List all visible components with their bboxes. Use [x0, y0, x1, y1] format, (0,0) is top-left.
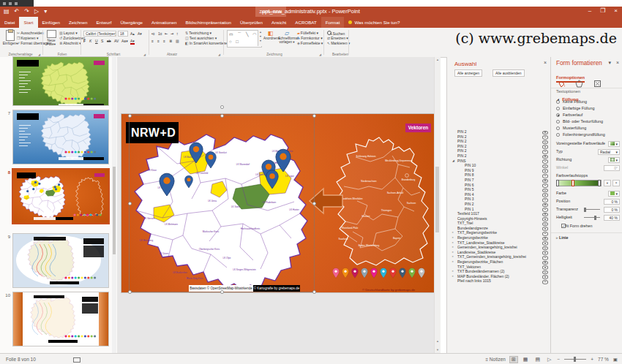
text-direction-button[interactable]: ⇅Textrichtung ▾	[185, 31, 211, 35]
pin-color-row[interactable]	[332, 268, 425, 281]
format-pane-close-icon[interactable]: ×	[616, 60, 619, 65]
selection-pane-item[interactable]: PIN 2	[447, 134, 551, 140]
fill-option[interactable]: Einfarbige Füllung	[554, 105, 621, 112]
notes-button[interactable]: ≡ Notizen	[486, 357, 506, 362]
ribbon-tab-datei[interactable]: Datei	[0, 17, 19, 28]
zoom-slider[interactable]	[564, 356, 586, 363]
shape-outline-button[interactable]: ✎Formkontur ▾	[297, 36, 323, 40]
expander-icon[interactable]: ▹	[452, 259, 454, 265]
selection-pane-item[interactable]: PIN 9	[447, 168, 551, 173]
brightness-spinner[interactable]: 40 %	[604, 215, 620, 221]
gradient-color-dropdown[interactable]: ▾	[608, 191, 620, 197]
ribbon-tab-übergänge[interactable]: Übergänge	[116, 17, 147, 28]
ribbon-tab-entwurf[interactable]: Entwurf	[91, 17, 116, 28]
selection-pane-item[interactable]: ◢PINS	[447, 159, 551, 164]
save-icon[interactable]: ▤	[4, 7, 10, 16]
fill-line-icon[interactable]	[558, 77, 566, 91]
remove-gradient-stop-button[interactable]: ×	[612, 180, 620, 186]
selection-pane-item[interactable]: ▹MAP Bundesländer, Flächen (2)	[447, 274, 551, 279]
selection-pane-item[interactable]: Copyright-Hinweis	[447, 216, 551, 221]
zoom-out-icon[interactable]: −	[557, 357, 560, 362]
selection-pane-item[interactable]: PIN 4	[447, 192, 551, 197]
selection-pane-item[interactable]: ▹TXT_Gemeinden_kreisangehörig_kreisfrei	[447, 254, 551, 259]
selection-handle[interactable]	[128, 114, 132, 118]
paste-button[interactable]: Einfügen▾	[2, 30, 18, 45]
selection-pane-item[interactable]: Bundeslandgrenze	[447, 226, 551, 231]
ribbon-tab-überprüfen[interactable]: Überprüfen	[236, 17, 267, 28]
reading-view-icon[interactable]: ▤	[533, 357, 542, 363]
indent-more-button[interactable]: ⇥	[171, 31, 173, 36]
format-pane-dropdown-icon[interactable]: ▾	[608, 60, 611, 66]
slideshow-from-start-icon[interactable]: ▷	[34, 7, 39, 16]
underline-button[interactable]: U	[95, 39, 98, 43]
indent-less-button[interactable]: ⇤	[165, 31, 168, 36]
expander-icon[interactable]: ▹	[452, 240, 454, 246]
undo-icon[interactable]: ↶	[15, 7, 20, 16]
ribbon-tab-animationen[interactable]: Animationen	[147, 17, 181, 28]
radio-icon[interactable]	[556, 120, 560, 124]
selection-pane-item[interactable]: ▹Regierungsbezirke_Flächen	[447, 259, 551, 265]
gradient-stops-bar[interactable]	[556, 180, 602, 186]
bold-button[interactable]: F	[83, 39, 86, 43]
shapes-gallery[interactable]: ▭ ⌒ ╲ ◠ ○ □ □ △ ◇ ● ○ ☆	[227, 30, 262, 48]
ribbon-tab-start[interactable]: Start	[19, 17, 37, 28]
tell-me-search[interactable]: Was möchten Sie tun?	[344, 17, 404, 28]
germany-map[interactable]: Schleswig-HolsteinMecklenburg-Vorpommern…	[328, 135, 438, 271]
replace-button[interactable]: ⇄Ersetzen ▾	[327, 36, 348, 40]
radio-icon[interactable]	[556, 107, 560, 110]
grow-font-button[interactable]: A▴	[130, 31, 135, 36]
selection-pane-item[interactable]: PIN 7	[447, 178, 551, 183]
justify-button[interactable]: ≣	[169, 39, 172, 43]
arrange-button[interactable]: ◧ Anordnen▾	[263, 30, 277, 40]
quick-styles-button[interactable]: ▱ Schnellformat-vorlagen ▾	[278, 30, 296, 44]
radio-icon[interactable]	[556, 113, 560, 117]
expander-icon[interactable]: ▹	[452, 230, 454, 235]
selection-pane-item[interactable]: ▹Landkreise_Stadtkreise	[447, 250, 551, 255]
paragraph-dialog-launcher[interactable]: ◢	[218, 53, 220, 56]
selection-pane-item[interactable]: PIN 2	[447, 148, 551, 153]
font-color-button[interactable]: A▾	[130, 39, 135, 45]
align-left-button[interactable]: ≡	[151, 39, 154, 43]
new-slide-button[interactable]: NeueFolie▾	[45, 30, 58, 46]
qat-customize-icon[interactable]: ▾	[44, 7, 47, 16]
restore-icon[interactable]: ❐	[600, 7, 605, 14]
slideshow-view-icon[interactable]: ▷	[546, 357, 552, 363]
selection-pane-item[interactable]: PIN 2	[447, 129, 551, 134]
minimize-icon[interactable]: –	[588, 7, 591, 14]
columns-button[interactable]: ▥	[176, 39, 179, 43]
character-spacing-button[interactable]: AV	[114, 39, 119, 43]
font-dialog-launcher[interactable]: ◢	[143, 53, 146, 56]
selection-pane-item[interactable]: PIN 3	[447, 197, 551, 202]
left-arrow-shape[interactable]	[309, 185, 344, 220]
hide-all-button[interactable]: Alle ausblenden	[492, 69, 525, 77]
brightness-slider[interactable]	[584, 217, 600, 218]
change-case-button[interactable]: Aa▾	[121, 39, 128, 43]
selection-pane-item[interactable]: PIN 2	[447, 139, 551, 144]
angle-spinner[interactable]: 0°	[604, 165, 620, 171]
ribbon-tab-ansicht[interactable]: Ansicht	[267, 17, 291, 28]
slide-thumbnail-8[interactable]	[13, 170, 108, 223]
italic-button[interactable]: K	[89, 39, 91, 43]
fill-option[interactable]: Bild- oder Texturfüllung	[554, 118, 621, 125]
selection-pane-item[interactable]: ▹TXT_Landkreise_Stadtkreise	[447, 240, 551, 246]
slide[interactable]: LK KleveLK BorkenLK SteinfurtLK Warendor…	[121, 114, 439, 292]
transparency-spinner[interactable]: 0 %	[604, 207, 620, 213]
expander-icon[interactable]: ◢	[452, 159, 454, 164]
visibility-eye-icon[interactable]	[542, 280, 548, 284]
normal-view-icon[interactable]: ⊞	[510, 357, 517, 363]
shadow-button[interactable]: S	[101, 39, 103, 43]
section-button[interactable]: ≣Abschnitt ▾	[59, 41, 81, 45]
radio-icon[interactable]	[556, 100, 560, 104]
position-spinner[interactable]: 0 %	[604, 199, 620, 205]
expander-icon[interactable]: ▹	[452, 245, 454, 250]
fill-option[interactable]: Farbverlauf	[554, 112, 621, 118]
next-slide-icon[interactable]: ▼	[435, 348, 441, 352]
size-properties-icon[interactable]	[593, 77, 602, 91]
slide-thumbnail-10[interactable]	[13, 292, 108, 346]
align-text-button[interactable]: ◫Text ausrichten ▾	[185, 36, 217, 40]
shapes-gallery-scroll[interactable]: ▲▼▼	[258, 30, 263, 46]
line-spacing-button[interactable]: ↕	[176, 31, 179, 36]
bullets-button[interactable]: •≡	[151, 31, 155, 36]
ribbon-tab-acrobat[interactable]: ACROBAT	[291, 17, 321, 28]
ribbon-tab-zeichnen[interactable]: Zeichnen	[64, 17, 91, 28]
